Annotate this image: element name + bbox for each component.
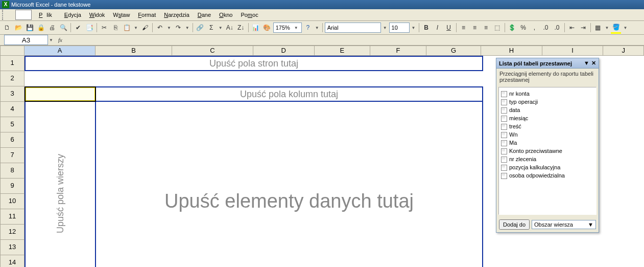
dropdown-icon[interactable]: ▼ xyxy=(584,60,589,66)
inc-decimal-icon[interactable]: .0 xyxy=(541,23,551,33)
col-header-i[interactable]: I xyxy=(542,46,604,56)
dec-indent-icon[interactable]: ⇤ xyxy=(567,23,577,33)
row-header-8[interactable]: 8 xyxy=(0,163,25,179)
dec-decimal-icon[interactable]: .0 xyxy=(552,23,562,33)
borders-icon[interactable]: ▦ xyxy=(593,23,603,33)
field-list-titlebar[interactable]: Lista pól tabeli przestawnej ▼ ✕ xyxy=(496,58,599,69)
row-header-3[interactable]: 3 xyxy=(0,86,25,102)
autosum-icon[interactable]: Σ xyxy=(206,23,217,33)
field-item[interactable]: data xyxy=(501,106,594,114)
pivot-page-dropzone[interactable]: Upuść pola stron tutaj xyxy=(25,56,483,71)
col-header-h[interactable]: H xyxy=(481,46,542,56)
currency-icon[interactable]: 💲 xyxy=(507,23,517,33)
pivot-data-dropzone[interactable]: Upuść elementy danych tutaj xyxy=(96,102,483,267)
paste-icon[interactable]: 📋 xyxy=(122,23,132,33)
menu-data[interactable]: Dane xyxy=(194,11,215,19)
col-header-b[interactable]: B xyxy=(96,46,172,56)
field-item[interactable]: Ma xyxy=(501,139,594,147)
sort-asc-icon[interactable]: A↓ xyxy=(225,23,235,33)
col-header-c[interactable]: C xyxy=(172,46,253,56)
save-icon[interactable]: 💾 xyxy=(25,23,35,33)
row-header-9[interactable]: 9 xyxy=(0,179,25,194)
font-size-box[interactable]: 10 xyxy=(389,23,410,33)
row-header-14[interactable]: 14 xyxy=(0,255,25,267)
fx-label[interactable]: fx xyxy=(58,37,62,43)
field-item[interactable]: nr zlecenia xyxy=(501,155,594,163)
comma-icon[interactable]: , xyxy=(530,23,540,33)
font-box[interactable]: Arial xyxy=(325,23,381,33)
row-header-5[interactable]: 5 xyxy=(0,117,25,132)
field-item[interactable]: miesiąc xyxy=(501,114,594,122)
row-header-11[interactable]: 11 xyxy=(0,209,25,225)
menu-view[interactable]: Widok xyxy=(85,11,109,19)
pivot-field-list[interactable]: Lista pól tabeli przestawnej ▼ ✕ Przecią… xyxy=(496,58,599,233)
col-header-g[interactable]: G xyxy=(426,46,482,56)
percent-icon[interactable]: % xyxy=(518,23,529,33)
field-list-box[interactable]: nr kontatyp operacjidatamiesiąctreśćWnMa… xyxy=(498,87,597,215)
row-header-4[interactable]: 4 xyxy=(0,102,25,117)
menu-tools[interactable]: Narzędzia xyxy=(160,11,194,19)
area-select[interactable]: Obszar wiersza ▼ xyxy=(532,220,596,229)
undo-icon[interactable]: ↶ xyxy=(155,23,165,33)
col-header-f[interactable]: F xyxy=(370,46,426,56)
menu-help[interactable]: Pomoc xyxy=(236,11,262,19)
merge-icon[interactable]: ⬚ xyxy=(492,23,503,33)
italic-button[interactable]: I xyxy=(433,23,443,33)
align-left-icon[interactable]: ≡ xyxy=(459,23,469,33)
pivot-column-dropzone[interactable]: Upuść pola kolumn tutaj xyxy=(96,86,483,102)
row-header-1[interactable]: 1 xyxy=(0,56,25,71)
new-icon[interactable]: 🗋 xyxy=(2,23,12,33)
open-icon[interactable]: 📂 xyxy=(13,23,23,33)
col-header-j[interactable]: J xyxy=(603,46,644,56)
menu-format[interactable]: Format xyxy=(134,11,160,19)
format-painter-icon[interactable]: 🖌 xyxy=(140,23,150,33)
field-item[interactable]: pozycja kalkulacyjna xyxy=(501,163,594,171)
hyperlink-icon[interactable]: 🔗 xyxy=(195,23,205,33)
doc-control-icon[interactable] xyxy=(15,10,32,20)
field-item[interactable]: nr konta xyxy=(501,90,594,98)
field-item[interactable]: Konto przeciwstawne xyxy=(501,147,594,155)
chart-icon[interactable]: 📊 xyxy=(251,23,261,33)
redo-icon[interactable]: ↷ xyxy=(173,23,183,33)
field-item[interactable]: osoba odpowiedzialna xyxy=(501,171,594,180)
align-right-icon[interactable]: ≡ xyxy=(481,23,491,33)
spell-icon[interactable]: ✔ xyxy=(73,23,83,33)
permission-icon[interactable]: 🔒 xyxy=(36,23,46,33)
row-header-6[interactable]: 6 xyxy=(0,132,25,148)
research-icon[interactable]: 📑 xyxy=(84,23,94,33)
inc-indent-icon[interactable]: ⇥ xyxy=(578,23,588,33)
row-header-13[interactable]: 13 xyxy=(0,240,25,255)
select-all-corner[interactable] xyxy=(0,46,25,56)
sort-desc-icon[interactable]: Z↓ xyxy=(236,23,246,33)
name-box[interactable] xyxy=(4,35,48,45)
row-header-12[interactable]: 12 xyxy=(0,225,25,240)
field-item[interactable]: treść xyxy=(501,122,594,130)
col-header-a[interactable]: A xyxy=(25,46,96,56)
row-header-10[interactable]: 10 xyxy=(0,194,25,209)
help-icon[interactable]: ? xyxy=(303,23,313,33)
fill-color-icon[interactable]: 🪣 xyxy=(611,22,621,34)
add-to-button[interactable]: Dodaj do xyxy=(499,219,530,230)
close-icon[interactable]: ✕ xyxy=(591,60,596,66)
menu-file[interactable]: Plik xyxy=(35,11,60,19)
menu-handle[interactable] xyxy=(2,10,13,20)
print-icon[interactable]: 🖨 xyxy=(47,23,57,33)
chevron-down-icon[interactable]: ▼ xyxy=(588,221,593,228)
cut-icon[interactable]: ✂ xyxy=(99,23,109,33)
menu-window[interactable]: Okno xyxy=(215,11,236,19)
row-header-2[interactable]: 2 xyxy=(0,71,25,86)
col-header-e[interactable]: E xyxy=(315,46,371,56)
menu-insert[interactable]: Wstaw xyxy=(109,11,134,19)
align-center-icon[interactable]: ≡ xyxy=(470,23,480,33)
underline-button[interactable]: U xyxy=(444,23,454,33)
row-header-7[interactable]: 7 xyxy=(0,148,25,163)
bold-button[interactable]: B xyxy=(421,23,432,33)
zoom-box[interactable]: 175%▼ xyxy=(273,23,302,33)
field-item[interactable]: typ operacji xyxy=(501,98,594,106)
worksheet-grid[interactable]: A B C D E F G H I J 1234567891011121314 … xyxy=(0,46,644,267)
preview-icon[interactable]: 🔍 xyxy=(58,23,68,33)
field-item[interactable]: Wn xyxy=(501,130,594,139)
pivot-row-dropzone[interactable]: Upuść pola wierszy xyxy=(25,86,96,267)
active-cell[interactable] xyxy=(25,86,96,102)
col-header-d[interactable]: D xyxy=(253,46,315,56)
